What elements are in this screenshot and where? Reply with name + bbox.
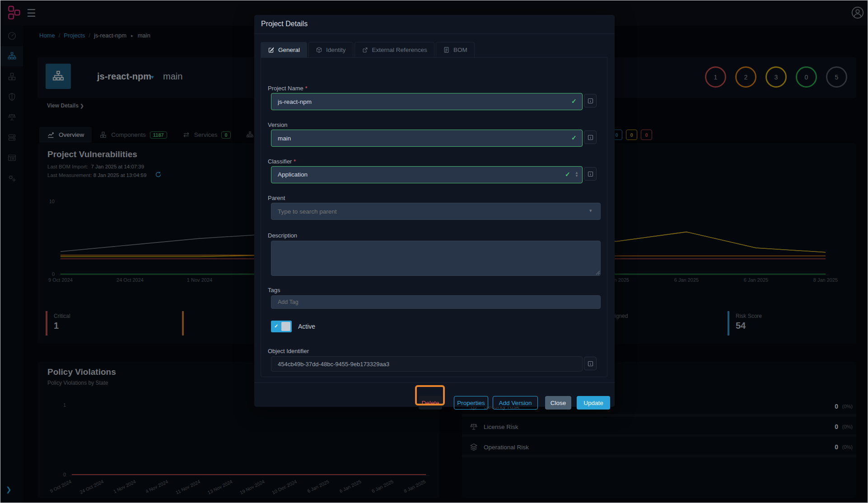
select-stepper-icon: ▲▼	[575, 171, 579, 177]
classifier-info-button[interactable]	[584, 167, 597, 181]
modal-tab-label: Identity	[326, 47, 346, 53]
project-name-info-button[interactable]	[584, 94, 597, 107]
object-identifier-input[interactable]	[271, 356, 583, 372]
tags-label: Tags	[268, 287, 280, 293]
chevron-down-icon[interactable]: ▾	[589, 208, 592, 214]
modal-tab-bom[interactable]: BOM	[436, 42, 475, 57]
description-label: Description	[268, 232, 297, 239]
modal-tab-external-references[interactable]: External References	[355, 42, 434, 57]
active-toggle[interactable]: ✓	[271, 321, 292, 332]
modal-tab-identity[interactable]: Identity	[308, 42, 353, 57]
delete-button[interactable]: Delete	[419, 396, 442, 410]
modal-tab-bar: GeneralIdentityExternal ReferencesBOM	[261, 42, 607, 58]
parent-label: Parent	[268, 195, 285, 201]
modal-header: Project Details	[254, 15, 615, 34]
info-icon	[587, 98, 594, 104]
object-identifier-info-button[interactable]	[584, 357, 597, 370]
close-button[interactable]: Close	[545, 396, 571, 410]
modal-footer: Delete Properties Add Version Close Upda…	[254, 382, 615, 407]
modal-tab-label: General	[278, 47, 300, 53]
check-icon: ✓	[274, 323, 278, 329]
version-input[interactable]	[271, 130, 583, 147]
active-toggle-label: Active	[298, 323, 315, 330]
package-icon	[316, 47, 322, 53]
info-icon	[587, 171, 594, 177]
pencilsq-icon	[268, 47, 275, 53]
info-icon	[587, 134, 594, 141]
modal-title: Project Details	[261, 20, 308, 28]
extlink-icon	[362, 47, 369, 53]
parent-search-input[interactable]	[271, 203, 601, 220]
classifier-label: Classifier *	[268, 158, 296, 165]
object-identifier-label: Object Identifier	[268, 348, 309, 354]
valid-check-icon: ✓	[565, 171, 570, 178]
project-name-input[interactable]	[271, 93, 583, 110]
add-version-button[interactable]: Add Version	[493, 396, 538, 410]
project-name-label: Project Name *	[268, 85, 307, 92]
doc-icon	[443, 47, 450, 53]
modal-tab-label: BOM	[453, 47, 467, 53]
info-icon	[587, 360, 594, 367]
description-textarea[interactable]	[271, 241, 601, 276]
classifier-select[interactable]: Application	[271, 166, 583, 183]
version-label: Version	[268, 121, 287, 128]
properties-button[interactable]: Properties	[454, 396, 488, 410]
toggle-knob	[281, 322, 290, 331]
valid-check-icon: ✓	[571, 134, 577, 141]
modal-tab-general[interactable]: General	[261, 42, 307, 57]
version-info-button[interactable]	[584, 130, 597, 144]
project-details-modal: Project Details GeneralIdentityExternal …	[254, 15, 615, 407]
add-tag-input[interactable]	[271, 295, 601, 309]
valid-check-icon: ✓	[571, 98, 577, 105]
modal-tab-label: External References	[372, 47, 427, 53]
dependency-track-app: ☰ ❯ Home/Projects/js-react-npm▸main js-r…	[0, 0, 868, 503]
resize-grip-icon[interactable]	[596, 270, 600, 275]
update-button[interactable]: Update	[577, 396, 610, 410]
